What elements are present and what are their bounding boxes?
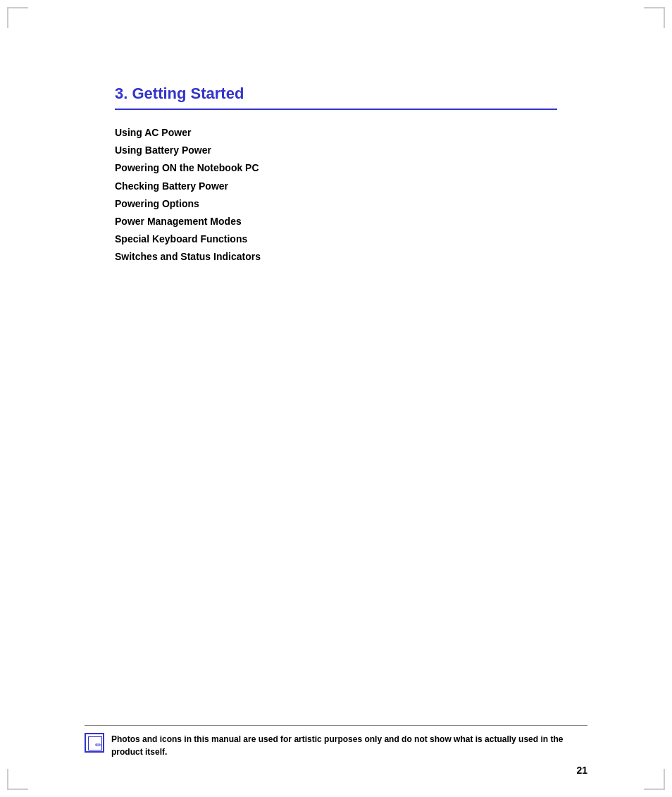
corner-mark-top-left xyxy=(7,7,28,28)
chapter-title: 3. Getting Started xyxy=(115,85,557,103)
list-item[interactable]: Power Management Modes xyxy=(115,213,557,230)
corner-mark-bottom-right xyxy=(644,769,665,790)
footer-note: Photos and icons in this manual are used… xyxy=(85,725,587,758)
list-item[interactable]: Powering Options xyxy=(115,195,557,213)
page-number: 21 xyxy=(576,765,587,776)
list-item[interactable]: Switches and Status Indicators xyxy=(115,248,557,266)
corner-mark-bottom-left xyxy=(7,769,28,790)
note-icon xyxy=(85,733,104,753)
list-item[interactable]: Powering ON the Notebook PC xyxy=(115,159,557,177)
note-text: Photos and icons in this manual are used… xyxy=(111,733,587,758)
list-item[interactable]: Using AC Power xyxy=(115,124,557,142)
list-item[interactable]: Special Keyboard Functions xyxy=(115,230,557,248)
list-item[interactable]: Checking Battery Power xyxy=(115,178,557,195)
heading-divider xyxy=(115,109,557,110)
corner-mark-top-right xyxy=(644,7,665,28)
main-content: 3. Getting Started Using AC Power Using … xyxy=(115,85,557,266)
toc-list: Using AC Power Using Battery Power Power… xyxy=(115,124,557,266)
list-item[interactable]: Using Battery Power xyxy=(115,142,557,159)
